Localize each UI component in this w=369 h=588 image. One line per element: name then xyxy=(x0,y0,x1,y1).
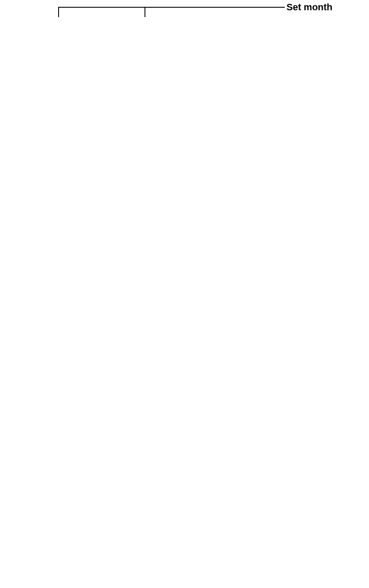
annotation-line xyxy=(58,7,59,17)
annotation-line xyxy=(58,7,285,8)
annotation-set-month: Set month xyxy=(286,2,333,13)
annotation-line xyxy=(145,7,145,17)
